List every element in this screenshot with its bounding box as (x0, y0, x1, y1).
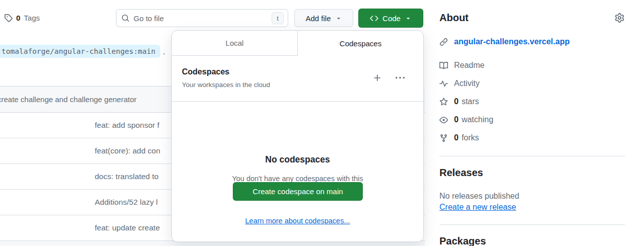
tab-codespaces[interactable]: Codespaces (298, 31, 423, 56)
latest-commit-message[interactable]: create challenge and challenge generator (0, 95, 137, 104)
new-codespace-button[interactable] (373, 73, 382, 83)
kebab-horizontal-icon (396, 73, 405, 83)
star-icon (439, 98, 448, 106)
repo-website-link[interactable]: angular-challenges.vercel.app (454, 37, 569, 46)
sidebar-item-readme[interactable]: Readme (439, 61, 484, 70)
plus-icon (373, 73, 382, 83)
codespaces-subtitle: Your workspaces in the cloud (182, 81, 270, 89)
sidebar-item-activity[interactable]: Activity (439, 79, 480, 88)
sidebar-item-label: Readme (454, 61, 484, 70)
gear-icon (615, 13, 624, 23)
tag-icon (4, 14, 13, 22)
code-dropdown-panel: Local Codespaces Codespaces Your workspa… (171, 30, 424, 242)
code-button[interactable]: Code (358, 9, 423, 28)
sidebar-item-label: watching (462, 115, 493, 124)
commit-message[interactable]: Additions/52 lazy l (95, 198, 158, 207)
releases-heading: Releases (439, 167, 483, 179)
about-heading: About (439, 12, 469, 24)
code-dropdown-tabs: Local Codespaces (172, 31, 423, 56)
commit-message[interactable]: docs: translated to (95, 172, 159, 181)
sidebar-divider (439, 224, 625, 225)
add-file-button[interactable]: Add file (294, 9, 353, 27)
panel-divider (172, 101, 423, 102)
codespaces-options-button[interactable] (396, 73, 405, 83)
sidebar-item-label: stars (462, 97, 479, 106)
eye-icon (439, 116, 448, 124)
fork-icon (439, 134, 448, 142)
commit-message[interactable]: feat(core): add con (95, 146, 160, 155)
book-icon (439, 61, 448, 70)
learn-more-container: Learn more about codespaces... (172, 217, 423, 225)
chevron-down-icon (405, 15, 412, 22)
fork-status-suffix: . (163, 47, 165, 56)
code-button-label: Code (382, 14, 401, 23)
sidebar-divider (439, 156, 625, 156)
link-icon (439, 38, 448, 46)
packages-heading: Packages (439, 235, 486, 246)
tags-count: 0 (16, 14, 20, 22)
no-codespaces-title: No codespaces (172, 154, 423, 165)
tags-link[interactable]: 0 Tags (4, 14, 40, 22)
branch-ref-chip: tomalaforge/angular-challenges:main (0, 45, 160, 58)
codespaces-title: Codespaces (182, 67, 229, 76)
sidebar-item-watching[interactable]: 0 watching (439, 115, 493, 124)
learn-more-link[interactable]: Learn more about codespaces... (245, 217, 350, 225)
sidebar-item-stars[interactable]: 0 stars (439, 97, 479, 106)
watching-count: 0 (454, 115, 459, 124)
sidebar-item-forks[interactable]: 0 forks (439, 133, 479, 142)
create-release-container: Create a new release (439, 203, 516, 212)
create-release-link[interactable]: Create a new release (439, 203, 516, 211)
add-file-label: Add file (305, 14, 331, 23)
forks-count: 0 (454, 133, 459, 142)
repository-page: 0 Tags t Add file Code tomalaforge/angul… (0, 0, 644, 246)
fork-status-line: tomalaforge/angular-challenges:main . (0, 45, 165, 58)
repo-sidebar: About angular-challenges.vercel.app Read… (439, 0, 625, 246)
sidebar-item-label: forks (462, 133, 479, 142)
tags-label: Tags (24, 14, 40, 22)
tab-local[interactable]: Local (172, 31, 298, 56)
code-icon (370, 14, 378, 23)
commit-message[interactable]: feat: update create (95, 223, 160, 232)
search-icon (121, 14, 130, 22)
keyboard-shortcut-badge: t (272, 12, 284, 24)
pulse-icon (439, 79, 448, 88)
stars-count: 0 (454, 97, 459, 106)
sidebar-item-label: Activity (454, 79, 480, 88)
go-to-file-search[interactable]: t (116, 9, 288, 27)
chevron-down-icon (335, 15, 342, 22)
repo-website-row[interactable]: angular-challenges.vercel.app (439, 37, 569, 46)
search-input[interactable] (134, 14, 272, 23)
commit-message[interactable]: feat: add sponsor f (95, 121, 159, 130)
no-releases-text: No releases published (439, 192, 519, 201)
create-codespace-button[interactable]: Create codespace on main (233, 182, 363, 201)
edit-repo-settings-button[interactable] (615, 13, 624, 23)
